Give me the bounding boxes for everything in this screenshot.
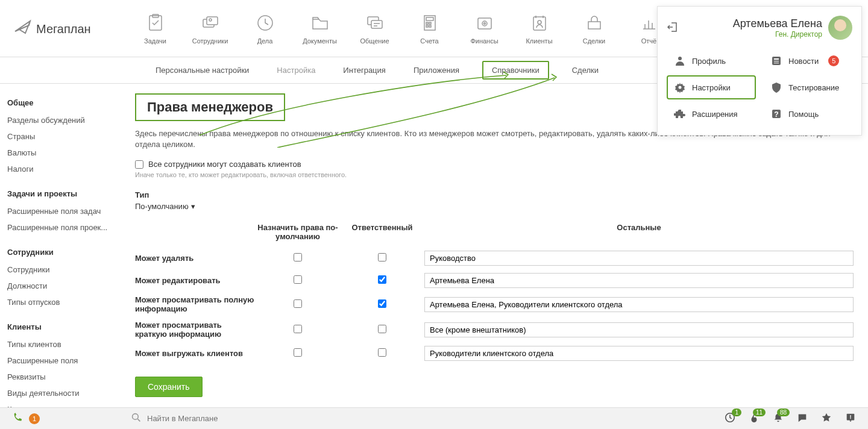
- star-icon[interactable]: [821, 412, 832, 425]
- type-label: Тип: [135, 190, 854, 199]
- svg-point-19: [538, 20, 541, 24]
- default-checkbox[interactable]: [294, 299, 302, 308]
- subnav-orders[interactable]: Сделки: [567, 58, 603, 82]
- nav-documents[interactable]: Документы: [297, 12, 342, 45]
- side-item[interactable]: Реквизиты: [0, 369, 121, 385]
- subnav-personal[interactable]: Персональные настройки: [151, 58, 254, 82]
- side-item[interactable]: Каналы привлечения: [0, 401, 121, 407]
- chevron-down-icon: ▾: [191, 202, 195, 211]
- nav-clients[interactable]: Клиенты: [517, 12, 562, 45]
- save-button[interactable]: Сохранить: [135, 377, 203, 397]
- perm-label: Может просматривать краткую информацию: [135, 321, 256, 339]
- news-badge: 5: [828, 55, 839, 66]
- side-item[interactable]: Налоги: [0, 161, 121, 177]
- svg-rect-18: [533, 17, 546, 30]
- svg-point-16: [482, 21, 487, 26]
- phone-icon[interactable]: [12, 412, 23, 425]
- side-group: Клиенты: [0, 318, 121, 336]
- col-others: Остальные: [424, 223, 854, 241]
- logo[interactable]: Мегаплан: [12, 16, 108, 40]
- svg-rect-10: [426, 17, 433, 20]
- nav-label: Задачи: [144, 37, 166, 45]
- svg-rect-15: [478, 18, 491, 29]
- table-row: Может просматривать полную информацию: [135, 292, 854, 317]
- svg-rect-23: [774, 61, 779, 61]
- svg-point-29: [133, 414, 139, 420]
- responsible-checkbox[interactable]: [378, 325, 386, 333]
- type-select[interactable]: По-умолчанию▾: [135, 202, 195, 211]
- nav-tasks[interactable]: Задачи: [133, 12, 178, 45]
- menu-help[interactable]: ?Помощь: [763, 102, 852, 126]
- others-input[interactable]: [424, 297, 854, 312]
- subnav-settings[interactable]: Настройка: [272, 58, 320, 82]
- user-name: Артемьева Елена: [686, 17, 822, 30]
- feedback-icon[interactable]: !: [845, 412, 856, 425]
- nav-finance[interactable]: Финансы: [462, 12, 507, 45]
- search-input[interactable]: [147, 414, 714, 423]
- side-item[interactable]: Типы клиентов: [0, 336, 121, 352]
- side-item[interactable]: Сотрудники: [0, 261, 121, 278]
- nav-chat[interactable]: Общение: [352, 12, 397, 45]
- all-can-create-checkbox[interactable]: [135, 160, 143, 169]
- default-checkbox[interactable]: [294, 325, 302, 333]
- responsible-checkbox[interactable]: [378, 299, 386, 308]
- nav-deals[interactable]: Дела: [242, 12, 288, 45]
- default-checkbox[interactable]: [294, 348, 302, 357]
- others-input[interactable]: [424, 273, 854, 288]
- default-checkbox[interactable]: [294, 275, 302, 284]
- svg-rect-4: [207, 17, 218, 25]
- perm-label: Может просматривать полную информацию: [135, 295, 256, 313]
- checkbox-label: Все сотрудники могут создавать клиентов: [148, 160, 301, 169]
- default-checkbox[interactable]: [294, 253, 302, 261]
- side-item[interactable]: Расширенные поля задач: [0, 203, 121, 219]
- svg-text:!: !: [850, 414, 852, 420]
- menu-testing[interactable]: Тестирование: [763, 75, 852, 99]
- svg-point-17: [483, 23, 485, 25]
- side-item[interactable]: Расширенные поля проек...: [0, 219, 121, 236]
- table-row: Может редактировать: [135, 269, 854, 292]
- menu-news[interactable]: Новости5: [763, 49, 852, 73]
- fire-icon[interactable]: 11: [749, 412, 760, 425]
- side-item[interactable]: Типы отпусков: [0, 294, 121, 310]
- svg-text:?: ?: [774, 110, 778, 119]
- responsible-checkbox[interactable]: [378, 253, 386, 261]
- nav-employees[interactable]: Сотрудники: [187, 12, 233, 45]
- svg-rect-24: [774, 63, 779, 63]
- responsible-checkbox[interactable]: [378, 348, 386, 357]
- nav-invoices[interactable]: Счета: [407, 12, 452, 45]
- nav-orders[interactable]: Сделки: [571, 12, 617, 45]
- side-item[interactable]: Расширенные поля: [0, 352, 121, 369]
- menu-profile[interactable]: Профиль: [667, 49, 756, 73]
- menu-settings[interactable]: Настройки: [667, 75, 756, 99]
- search-icon: [131, 413, 141, 424]
- svg-point-26: [679, 86, 682, 89]
- avatar[interactable]: [828, 16, 852, 40]
- sidebar: Общее Разделы обсуждений Страны Валюты Н…: [0, 84, 121, 407]
- clock-icon[interactable]: 1: [725, 412, 735, 425]
- others-input[interactable]: [424, 346, 854, 361]
- side-item[interactable]: Разделы обсуждений: [0, 112, 121, 128]
- side-item[interactable]: Валюты: [0, 145, 121, 161]
- table-row: Может удалять: [135, 247, 854, 269]
- svg-rect-8: [371, 20, 382, 28]
- logout-icon[interactable]: [667, 21, 679, 35]
- others-input[interactable]: [424, 251, 854, 266]
- svg-rect-22: [774, 58, 779, 60]
- col-default: Назначить права по-умолчанию: [256, 223, 340, 241]
- side-item[interactable]: Страны: [0, 128, 121, 145]
- bell-icon[interactable]: 88: [773, 412, 784, 425]
- svg-point-20: [678, 57, 682, 60]
- subnav-directories[interactable]: Справочники: [482, 61, 549, 80]
- subnav-apps[interactable]: Приложения: [409, 58, 464, 82]
- side-group: Сотрудники: [0, 243, 121, 261]
- side-item[interactable]: Должности: [0, 278, 121, 294]
- side-group: Задачи и проекты: [0, 184, 121, 203]
- menu-extensions[interactable]: Расширения: [667, 102, 756, 126]
- message-icon[interactable]: [797, 412, 808, 425]
- others-input[interactable]: [424, 322, 854, 337]
- hint-text: Иначе только те, кто может редактировать…: [135, 171, 854, 178]
- responsible-checkbox[interactable]: [378, 275, 386, 284]
- subnav-integration[interactable]: Интеграция: [338, 58, 391, 82]
- svg-rect-12: [429, 22, 431, 24]
- side-item[interactable]: Виды деятельности: [0, 385, 121, 401]
